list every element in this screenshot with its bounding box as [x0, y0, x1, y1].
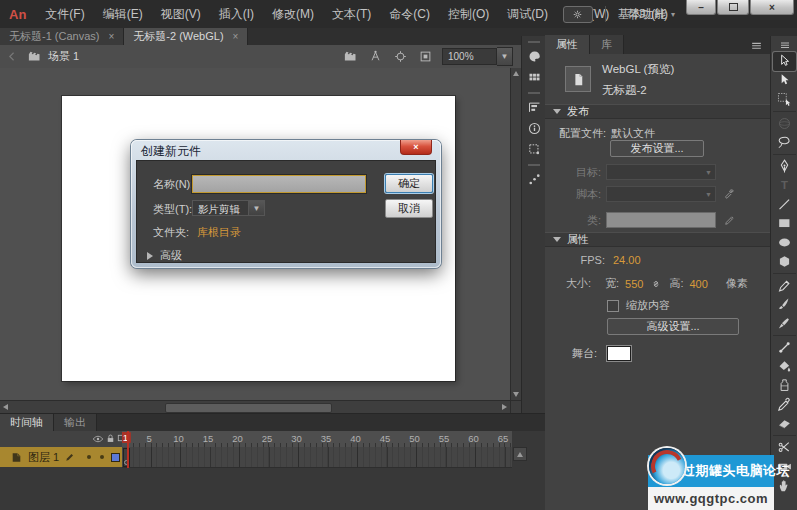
close-button[interactable]: ×	[750, 0, 794, 15]
frame-number-10[interactable]: 10	[173, 433, 184, 444]
frame-number-15[interactable]: 15	[203, 433, 214, 444]
advanced-expander[interactable]: 高级	[147, 248, 182, 263]
horizontal-scrollbar[interactable]	[0, 400, 510, 414]
playhead[interactable]	[127, 431, 129, 468]
dialog-close-button[interactable]: ×	[400, 140, 432, 155]
layer-row[interactable]: 图层 1	[0, 447, 122, 467]
menu-item-6[interactable]: 命令(C)	[380, 6, 439, 23]
timeline-tab-1[interactable]: 输出	[54, 414, 97, 431]
tab-close-icon[interactable]: ×	[233, 31, 239, 42]
oval-tool[interactable]	[773, 233, 796, 252]
symbol-type-dropdown[interactable]: 影片剪辑 ▼	[192, 200, 265, 216]
eraser-tool[interactable]	[773, 414, 796, 433]
menu-item-2[interactable]: 视图(V)	[152, 6, 210, 23]
pen-tool[interactable]	[773, 157, 796, 176]
polystar-tool[interactable]	[773, 252, 796, 271]
height-value[interactable]: 400	[689, 278, 707, 290]
workspace-selector[interactable]: 基本功能 ▾	[618, 6, 675, 23]
sync-settings-button[interactable]	[563, 6, 593, 23]
frame-number-25[interactable]: 25	[262, 433, 273, 444]
menu-item-3[interactable]: 插入(I)	[210, 6, 263, 23]
eyedropper-tool[interactable]	[773, 395, 796, 414]
frame-number-50[interactable]: 50	[409, 433, 420, 444]
layer-outline-color[interactable]	[111, 453, 120, 462]
timeline-tab-0[interactable]: 时间轴	[0, 414, 54, 431]
align-panel-icon[interactable]	[524, 97, 544, 117]
asset-warp-tool[interactable]	[773, 438, 796, 457]
clip-content-icon[interactable]	[418, 49, 433, 64]
frame-number-5[interactable]: 5	[146, 433, 151, 444]
swatches-panel-icon[interactable]	[524, 67, 544, 87]
line-tool[interactable]	[773, 195, 796, 214]
menu-item-4[interactable]: 修改(M)	[263, 6, 323, 23]
center-frame-icon[interactable]	[393, 49, 408, 64]
minimize-button[interactable]: –	[686, 0, 716, 15]
motion-presets-panel-icon[interactable]	[524, 169, 544, 189]
color-panel-icon[interactable]	[524, 46, 544, 66]
link-width-height-icon[interactable]	[649, 277, 663, 291]
library-root-link[interactable]: 库根目录	[197, 225, 241, 240]
frame-number-60[interactable]: 60	[468, 433, 479, 444]
rectangle-tool[interactable]	[773, 214, 796, 233]
ink-bottle-tool[interactable]	[773, 376, 796, 395]
paint-bucket-tool[interactable]	[773, 357, 796, 376]
pencil-tool[interactable]	[773, 276, 796, 295]
subselection-tool[interactable]	[773, 71, 796, 90]
frame-number-40[interactable]: 40	[350, 433, 361, 444]
zoom-dropdown-arrow[interactable]: ▼	[497, 47, 513, 66]
symbol-name-input[interactable]	[192, 175, 366, 193]
scroll-down-icon[interactable]	[513, 392, 519, 397]
lock-icon[interactable]	[105, 433, 116, 444]
timeline-scroll-up[interactable]	[513, 447, 527, 461]
cancel-button[interactable]: 取消	[385, 199, 433, 218]
stage-color-swatch[interactable]	[607, 346, 631, 361]
layer-name[interactable]: 图层 1	[28, 450, 59, 465]
publish-settings-button[interactable]: 发布设置...	[610, 140, 704, 157]
back-icon[interactable]	[6, 50, 19, 63]
frame-number-35[interactable]: 35	[321, 433, 332, 444]
frame-number-30[interactable]: 30	[291, 433, 302, 444]
scale-content-checkbox[interactable]	[607, 300, 619, 312]
lasso-tool[interactable]	[773, 133, 796, 152]
frame-ruler[interactable]: 15101520253035404550556065	[122, 431, 512, 448]
menu-item-5[interactable]: 文本(T)	[323, 6, 380, 23]
selection-tool[interactable]	[773, 52, 796, 71]
document-tab-1[interactable]: 无标题-2 (WebGL) ×	[124, 28, 248, 45]
scrollbar-thumb[interactable]	[165, 403, 332, 413]
scroll-right-icon[interactable]	[502, 404, 507, 410]
scroll-left-icon[interactable]	[3, 404, 8, 410]
tools-panel-menu[interactable]	[771, 38, 797, 52]
bone-tool[interactable]	[773, 338, 796, 357]
frame-area[interactable]	[122, 447, 512, 468]
frame-number-45[interactable]: 45	[380, 433, 391, 444]
document-tab-0[interactable]: 无标题-1 (Canvas) ×	[0, 28, 124, 45]
menu-item-1[interactable]: 编辑(E)	[94, 6, 152, 23]
tab-close-icon[interactable]: ×	[108, 31, 114, 42]
fps-value[interactable]: 24.00	[613, 254, 641, 266]
menu-item-0[interactable]: 文件(F)	[36, 6, 93, 23]
paint-brush-tool[interactable]	[773, 314, 796, 333]
properties-section-header[interactable]: 属性	[545, 232, 770, 247]
zoom-value[interactable]: 100%	[442, 48, 497, 65]
free-transform-tool[interactable]	[773, 90, 796, 109]
menu-item-8[interactable]: 调试(D)	[498, 6, 557, 23]
frame-number-55[interactable]: 55	[439, 433, 450, 444]
transform-panel-icon[interactable]	[524, 139, 544, 159]
frame-number-65[interactable]: 65	[498, 433, 509, 444]
panel-menu-icon[interactable]	[750, 39, 763, 52]
properties-tab-1[interactable]: 库	[590, 35, 624, 54]
properties-tab-0[interactable]: 属性	[545, 35, 590, 54]
maximize-button[interactable]	[717, 0, 749, 15]
layer-lock-dot[interactable]	[100, 455, 104, 459]
scroll-up-icon[interactable]	[513, 71, 519, 76]
frame-number-20[interactable]: 20	[232, 433, 243, 444]
ok-button[interactable]: 确定	[385, 174, 433, 193]
edit-scene-icon[interactable]	[343, 49, 358, 64]
brush-tool[interactable]	[773, 295, 796, 314]
eye-icon[interactable]	[92, 433, 104, 445]
zoom-control[interactable]: 100% ▼	[442, 47, 513, 66]
width-value[interactable]: 550	[625, 278, 643, 290]
info-panel-icon[interactable]	[524, 118, 544, 138]
menu-item-7[interactable]: 控制(O)	[439, 6, 498, 23]
layer-visibility-dot[interactable]	[87, 455, 91, 459]
